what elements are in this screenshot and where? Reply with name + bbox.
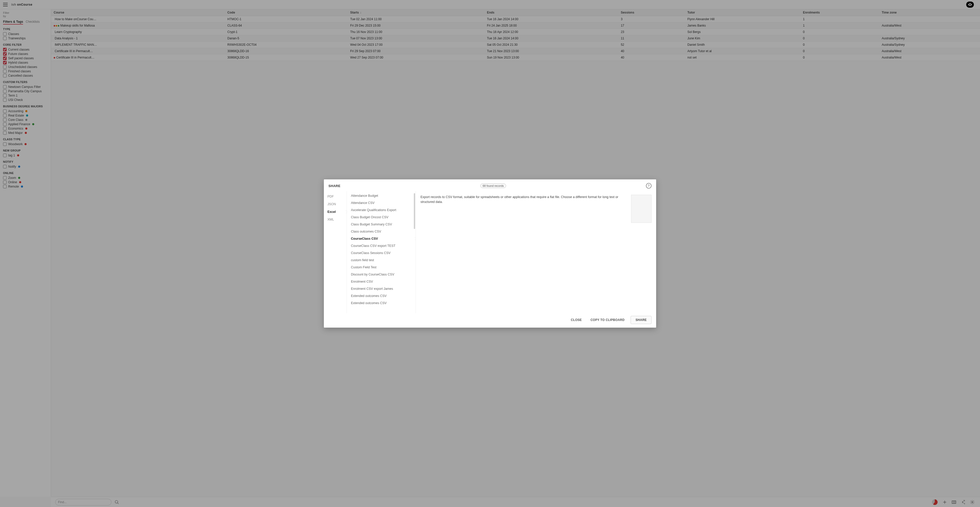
export-template-option[interactable]: Attendance Budget xyxy=(347,192,415,199)
export-format-option[interactable]: Excel xyxy=(324,208,347,216)
export-template-option[interactable]: Custom Field Test xyxy=(347,264,415,271)
export-format-option[interactable]: XML xyxy=(324,216,347,223)
record-count-badge: 68 found records xyxy=(480,183,506,188)
help-button[interactable]: ? xyxy=(646,183,652,189)
export-template-option[interactable]: CourseClass CSV export TEST xyxy=(347,242,415,250)
preview-thumbnail xyxy=(631,195,652,223)
share-action-button[interactable]: SHARE xyxy=(631,316,652,324)
description-text: Export records to CSV format, suitable f… xyxy=(420,195,627,310)
export-template-option[interactable]: Axcelerate Qualifications Export xyxy=(347,207,415,214)
template-list: Attendance BudgetAttendance CSVAxcelerat… xyxy=(347,191,416,313)
copy-to-clipboard-button[interactable]: COPY TO CLIPBOARD xyxy=(588,316,627,324)
export-template-option[interactable]: CourseClass Sessions CSV xyxy=(347,250,415,257)
close-button[interactable]: CLOSE xyxy=(568,316,584,324)
export-template-option[interactable]: Extended outcomes CSV xyxy=(347,299,415,307)
export-template-option[interactable]: Enrolment CSV export James xyxy=(347,285,415,292)
export-template-option[interactable]: custom field test xyxy=(347,257,415,264)
export-format-option[interactable]: PDF xyxy=(324,193,347,200)
export-template-option[interactable]: Class outcomes CSV xyxy=(347,228,415,235)
question-icon: ? xyxy=(648,184,649,188)
export-template-option[interactable]: Class Budget Oncost CSV xyxy=(347,214,415,221)
modal-title: SHARE xyxy=(328,184,340,188)
modal-footer: CLOSE COPY TO CLIPBOARD SHARE xyxy=(324,313,656,327)
share-modal: SHARE 68 found records ? PDFJSONExcelXML… xyxy=(324,180,656,327)
template-description: Export records to CSV format, suitable f… xyxy=(416,191,656,313)
format-list: PDFJSONExcelXML xyxy=(324,191,347,313)
export-template-option[interactable]: Discount by CourseClass CSV xyxy=(347,271,415,278)
export-template-option[interactable]: Attendance CSV xyxy=(347,199,415,207)
export-template-option[interactable]: CourseClass CSV xyxy=(347,235,415,242)
export-format-option[interactable]: JSON xyxy=(324,200,347,208)
template-scrollbar[interactable] xyxy=(414,193,415,229)
export-template-option[interactable]: Class Budget Summary CSV xyxy=(347,221,415,228)
export-template-option[interactable]: Extended outcomes CSV xyxy=(347,292,415,299)
modal-header: SHARE 68 found records ? xyxy=(324,180,656,191)
export-template-option[interactable]: Enrolment CSV xyxy=(347,278,415,285)
modal-overlay[interactable]: SHARE 68 found records ? PDFJSONExcelXML… xyxy=(0,0,980,507)
